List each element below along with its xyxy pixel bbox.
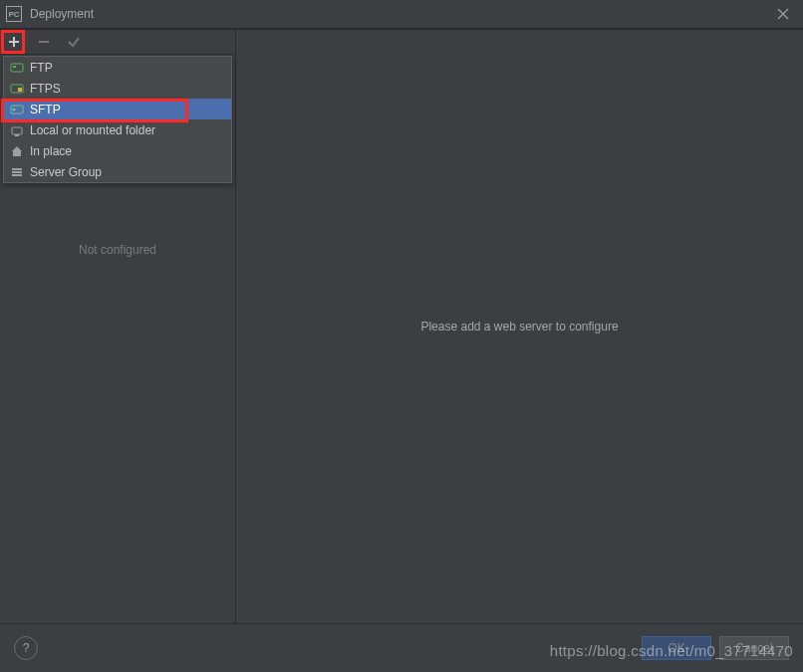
sidebar-toolbar — [0, 30, 235, 55]
svg-rect-11 — [12, 127, 22, 134]
plus-icon — [7, 35, 21, 49]
dialog-footer: ? OK Cancel https://blog.csdn.net/m0_377… — [0, 623, 803, 672]
ftp-icon — [10, 61, 24, 75]
svg-rect-6 — [13, 66, 16, 68]
dropdown-item-label: FTPS — [30, 82, 61, 96]
dropdown-item-sftp[interactable]: SFTP — [4, 99, 231, 119]
minus-icon — [37, 35, 51, 49]
app-icon: PC — [6, 6, 22, 22]
local-folder-icon — [10, 123, 24, 137]
svg-rect-8 — [18, 88, 22, 92]
close-icon — [777, 8, 789, 20]
deployment-dialog: PC Deployment — [0, 0, 803, 672]
svg-rect-12 — [15, 134, 19, 136]
server-group-icon — [10, 165, 24, 179]
svg-rect-5 — [11, 64, 23, 72]
dropdown-item-ftp[interactable]: FTP — [4, 57, 231, 78]
add-server-button[interactable] — [4, 32, 24, 52]
main-placeholder: Please add a web server to configure — [420, 320, 618, 334]
set-default-button[interactable] — [64, 32, 84, 52]
window-title: Deployment — [30, 7, 94, 21]
check-icon — [67, 35, 81, 49]
dropdown-item-label: Server Group — [30, 165, 102, 179]
ftps-icon — [10, 82, 24, 96]
ok-button[interactable]: OK — [642, 636, 711, 660]
dropdown-item-label: FTP — [30, 61, 53, 75]
dialog-body: FTP FTPS SFTP — [0, 29, 803, 623]
cancel-button[interactable]: Cancel — [719, 636, 789, 660]
main-panel: Please add a web server to configure — [236, 30, 803, 623]
svg-rect-15 — [12, 171, 22, 173]
sftp-icon — [10, 103, 24, 116]
close-button[interactable] — [773, 4, 793, 24]
home-icon — [10, 144, 24, 158]
dropdown-item-label: In place — [30, 144, 72, 158]
dropdown-item-label: Local or mounted folder — [30, 123, 155, 137]
svg-marker-13 — [12, 146, 22, 156]
dropdown-item-ftps[interactable]: FTPS — [4, 78, 231, 99]
help-button[interactable]: ? — [14, 636, 38, 660]
dropdown-item-server-group[interactable]: Server Group — [4, 161, 231, 182]
svg-rect-16 — [12, 174, 22, 176]
sidebar-placeholder: Not configured — [0, 243, 235, 257]
titlebar: PC Deployment — [0, 0, 803, 29]
svg-point-10 — [13, 108, 16, 111]
dropdown-item-local[interactable]: Local or mounted folder — [4, 119, 231, 140]
dropdown-item-inplace[interactable]: In place — [4, 140, 231, 161]
remove-server-button[interactable] — [34, 32, 54, 52]
server-type-dropdown: FTP FTPS SFTP — [3, 56, 232, 183]
sidebar: FTP FTPS SFTP — [0, 30, 236, 623]
dropdown-item-label: SFTP — [30, 103, 61, 116]
svg-rect-14 — [12, 168, 22, 170]
